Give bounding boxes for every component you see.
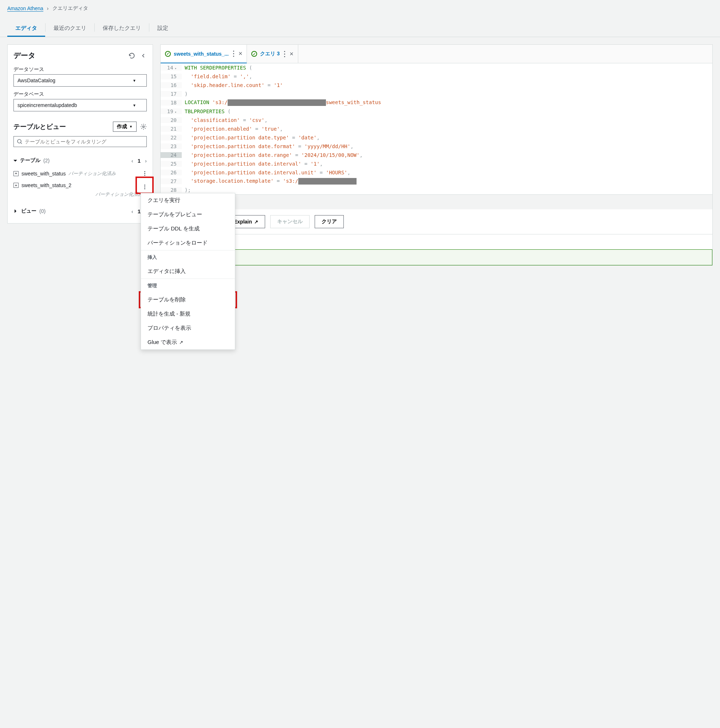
clear-button[interactable]: クリア bbox=[315, 215, 344, 228]
ctx-insert-heading: 挿入 bbox=[141, 251, 235, 264]
close-tab-icon[interactable]: × bbox=[239, 50, 242, 58]
caret-right-icon bbox=[15, 209, 18, 213]
pager-next[interactable]: › bbox=[145, 158, 147, 164]
status-ok-icon: ✓ bbox=[165, 51, 171, 57]
data-panel: データ データソース AwsDataCatalog ▼ データベース spice… bbox=[7, 44, 153, 223]
create-button[interactable]: 作成 ▼ bbox=[113, 122, 136, 132]
breadcrumb-current: クエリエディタ bbox=[52, 5, 88, 12]
partitioned-tag: パーティション化済み bbox=[95, 191, 143, 197]
tab-saved[interactable]: 保存したクエリ bbox=[95, 21, 149, 37]
main-tabs: エディタ 最近のクエリ 保存したクエリ 設定 bbox=[0, 15, 720, 37]
table-row: + sweets_with_status パーティション化済み bbox=[14, 167, 147, 180]
action-bar: もう一度実行する Explain ↗ キャンセル クリア bbox=[161, 209, 712, 234]
editor-tab[interactable]: ✓ sweets_with_status_... × bbox=[161, 45, 247, 63]
partitioned-tag: パーティション化済み bbox=[69, 170, 116, 177]
views-tree-header[interactable]: ビュー (0) ‹ 1 › bbox=[14, 203, 147, 217]
refresh-icon[interactable] bbox=[129, 52, 135, 59]
datasource-label: データソース bbox=[14, 66, 147, 73]
editor-status-bar: SQL Ln 24, Col 59 bbox=[161, 194, 712, 209]
caret-down-icon: ▼ bbox=[129, 125, 133, 128]
expand-icon[interactable]: + bbox=[14, 171, 18, 176]
ctx-run-query[interactable]: クエリを実行 bbox=[141, 193, 235, 208]
tables-tree-header[interactable]: テーブル (2) ‹ 1 › bbox=[14, 153, 147, 167]
pager-prev[interactable]: ‹ bbox=[132, 158, 133, 164]
results-success-banner bbox=[161, 249, 712, 265]
editor-tab[interactable]: ✓ クエリ 3 × bbox=[247, 45, 298, 63]
data-panel-title: データ bbox=[14, 50, 35, 60]
caret-down-icon: ▼ bbox=[133, 103, 136, 107]
table-name[interactable]: sweets_with_status bbox=[21, 171, 66, 177]
tab-settings[interactable]: 設定 bbox=[149, 21, 176, 37]
status-ok-icon: ✓ bbox=[251, 51, 257, 57]
ctx-load-partitions[interactable]: パーティションをロード bbox=[141, 236, 235, 250]
cancel-button: キャンセル bbox=[270, 215, 309, 228]
collapse-icon[interactable] bbox=[140, 52, 147, 59]
filter-field[interactable] bbox=[25, 139, 144, 145]
ctx-preview-table[interactable]: テーブルをプレビュー bbox=[141, 208, 235, 222]
breadcrumb: Amazon Athena › クエリエディタ bbox=[0, 0, 720, 15]
breadcrumb-service[interactable]: Amazon Athena bbox=[7, 5, 43, 12]
table-row: + sweets_with_status_2 パーティション化済み bbox=[14, 180, 147, 200]
results-area: 統計 bbox=[161, 234, 712, 265]
chevron-right-icon: › bbox=[47, 5, 49, 11]
ctx-generate-ddl[interactable]: テーブル DDL を生成 bbox=[141, 222, 235, 236]
gear-icon[interactable] bbox=[140, 123, 147, 130]
table-actions-menu[interactable] bbox=[143, 182, 147, 191]
table-name[interactable]: sweets_with_status_2 bbox=[21, 182, 71, 188]
editor-panel: ✓ sweets_with_status_... × ✓ クエリ 3 × 14▾… bbox=[160, 44, 713, 266]
caret-down-icon bbox=[14, 160, 17, 164]
database-select[interactable]: spiceincrementalupdatedb ▼ bbox=[14, 99, 147, 112]
expand-icon[interactable]: + bbox=[14, 183, 18, 188]
filter-input[interactable] bbox=[14, 136, 147, 147]
ctx-insert-editor[interactable]: エディタに挿入 bbox=[141, 264, 235, 273]
tab-editor[interactable]: エディタ bbox=[7, 21, 45, 37]
tables-pager: ‹ 1 › bbox=[132, 158, 147, 164]
close-tab-icon[interactable]: × bbox=[290, 50, 294, 58]
tab-menu-icon[interactable] bbox=[231, 48, 236, 59]
sql-editor[interactable]: 14▾WITH SERDEPROPERTIES (15 'field.delim… bbox=[161, 63, 712, 194]
editor-tabs: ✓ sweets_with_status_... × ✓ クエリ 3 × bbox=[161, 45, 712, 63]
tab-recent[interactable]: 最近のクエリ bbox=[46, 21, 94, 37]
svg-point-1 bbox=[17, 139, 21, 143]
database-label: データベース bbox=[14, 91, 147, 98]
table-actions-menu[interactable] bbox=[143, 169, 147, 178]
svg-point-0 bbox=[143, 126, 145, 128]
datasource-select[interactable]: AwsDataCatalog ▼ bbox=[14, 74, 147, 87]
pager-prev[interactable]: ‹ bbox=[132, 208, 133, 214]
table-context-menu: クエリを実行 テーブルをプレビュー テーブル DDL を生成 パーティションをロ… bbox=[141, 193, 235, 273]
search-icon bbox=[17, 139, 23, 145]
tables-views-heading: テーブルとビュー bbox=[14, 122, 66, 131]
tab-menu-icon[interactable] bbox=[283, 49, 286, 59]
caret-down-icon: ▼ bbox=[133, 79, 136, 83]
external-link-icon: ↗ bbox=[254, 219, 258, 225]
